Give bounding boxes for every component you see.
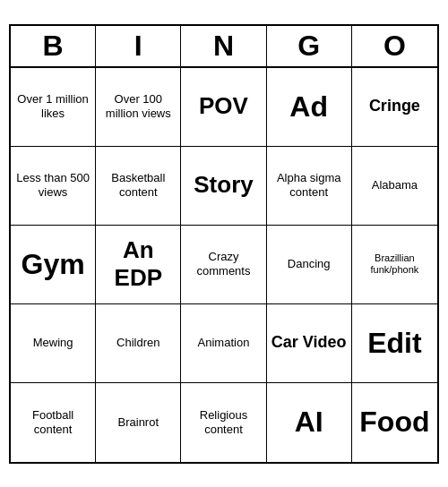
header-letter: I bbox=[96, 26, 181, 66]
bingo-cell: Alpha sigma content bbox=[267, 147, 352, 226]
header-letter: B bbox=[11, 26, 96, 66]
bingo-cell: Animation bbox=[181, 304, 266, 383]
bingo-cell: POV bbox=[181, 68, 266, 147]
bingo-cell: Car Video bbox=[267, 304, 352, 383]
bingo-grid: Over 1 million likesOver 100 million vie… bbox=[11, 68, 437, 462]
bingo-cell: Cringe bbox=[352, 68, 437, 147]
bingo-cell: Edit bbox=[352, 304, 437, 383]
bingo-cell: Crazy comments bbox=[181, 226, 266, 304]
bingo-cell: Over 1 million likes bbox=[11, 68, 96, 147]
bingo-cell: Alabama bbox=[352, 147, 437, 226]
bingo-cell: Brazillian funk/phonk bbox=[352, 226, 437, 304]
bingo-cell: Basketball content bbox=[96, 147, 181, 226]
bingo-cell: Brainrot bbox=[96, 383, 181, 462]
bingo-cell: Less than 500 views bbox=[11, 147, 96, 226]
bingo-cell: An EDP bbox=[96, 226, 181, 304]
bingo-cell: Children bbox=[96, 304, 181, 383]
bingo-cell: Gym bbox=[11, 226, 96, 304]
bingo-header: BINGO bbox=[11, 26, 437, 68]
bingo-cell: AI bbox=[267, 383, 352, 462]
bingo-cell: Food bbox=[352, 383, 437, 462]
bingo-cell: Mewing bbox=[11, 304, 96, 383]
bingo-cell: Football content bbox=[11, 383, 96, 462]
header-letter: N bbox=[181, 26, 266, 66]
bingo-cell: Dancing bbox=[267, 226, 352, 304]
bingo-card: BINGO Over 1 million likesOver 100 milli… bbox=[9, 24, 439, 464]
bingo-cell: Ad bbox=[267, 68, 352, 147]
bingo-cell: Religious content bbox=[181, 383, 266, 462]
bingo-cell: Story bbox=[181, 147, 266, 226]
header-letter: O bbox=[352, 26, 437, 66]
header-letter: G bbox=[267, 26, 352, 66]
bingo-cell: Over 100 million views bbox=[96, 68, 181, 147]
